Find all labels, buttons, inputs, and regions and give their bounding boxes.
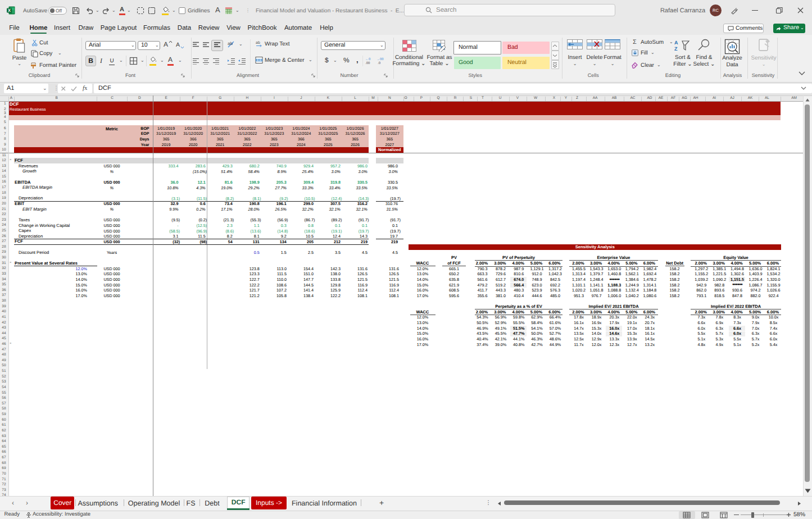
svg-text:ab: ab	[256, 40, 260, 45]
svg-text:X: X	[8, 8, 11, 13]
svg-text:→00: →00	[376, 57, 384, 61]
svg-text:ab: ab	[228, 41, 233, 46]
svg-text:.0: .0	[378, 61, 381, 65]
svg-text:.00: .00	[365, 61, 370, 65]
svg-text:←0: ←0	[365, 57, 371, 61]
svg-text:A: A	[674, 40, 678, 45]
svg-text:Z: Z	[674, 46, 678, 51]
